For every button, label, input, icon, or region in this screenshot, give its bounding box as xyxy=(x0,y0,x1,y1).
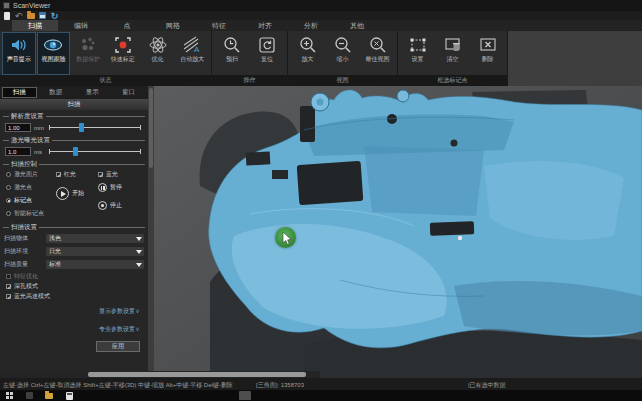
rect-x-icon xyxy=(478,35,498,55)
side-panel: 扫描 数据 显示 窗口 扫描 解析度设置 1.00 mm 激光曝光设置 1.0 … xyxy=(0,86,148,378)
radio-laser-surface[interactable]: 激光面片 xyxy=(6,170,38,179)
radio-smart-marker[interactable]: 智能标记点 xyxy=(6,209,44,218)
menu-tab-other[interactable]: 其他 xyxy=(334,20,380,31)
menu-tab-scan[interactable]: 扫描 xyxy=(12,20,58,31)
view-follow-button[interactable]: 视图跟随 xyxy=(37,32,71,75)
sound-prompt-button[interactable]: 声音提示 xyxy=(2,32,36,75)
exposure-section-title: 激光曝光设置 xyxy=(0,136,148,145)
marker-point-dot xyxy=(458,236,462,240)
taskbar-app-icon[interactable] xyxy=(20,390,38,401)
resolution-input[interactable]: 1.00 xyxy=(5,123,31,132)
windows-logo-icon xyxy=(6,392,13,399)
prescan-button[interactable]: 预扫 xyxy=(215,32,249,75)
scan-environment-dropdown[interactable]: 日光 xyxy=(46,247,144,256)
start-button[interactable] xyxy=(0,390,18,401)
resolution-unit: mm xyxy=(34,125,46,131)
new-file-icon[interactable] xyxy=(2,11,11,20)
pause-button[interactable]: 暂停 xyxy=(98,183,122,192)
auto-zoom-button[interactable]: A 自动放大 xyxy=(175,32,209,75)
zoom-out-button[interactable]: 缩小 xyxy=(326,32,360,75)
play-icon xyxy=(56,187,69,200)
sync-icon[interactable]: ↻ xyxy=(50,11,59,20)
horizontal-scrollbar[interactable] xyxy=(0,371,320,378)
calculator-icon[interactable] xyxy=(60,390,78,401)
quick-calibrate-button[interactable]: 快速标定 xyxy=(106,32,140,75)
menu-tab-analyze[interactable]: 分析 xyxy=(288,20,334,31)
mouse-pointer-icon xyxy=(275,227,296,248)
menu-tab-mesh[interactable]: 网格 xyxy=(150,20,196,31)
stop-button[interactable]: 停止 xyxy=(98,201,122,210)
exposure-input[interactable]: 1.0 xyxy=(5,147,31,156)
calibrate-target-icon xyxy=(113,35,133,55)
resolution-slider-handle[interactable] xyxy=(79,123,84,132)
menu-tab-align[interactable]: 对齐 xyxy=(242,20,288,31)
display-params-link[interactable]: 显示参数设置∨ xyxy=(99,307,140,316)
window-title: ScanViewer xyxy=(13,2,50,9)
open-folder-icon[interactable] xyxy=(26,11,35,20)
speaker-icon xyxy=(9,35,29,55)
scanned-mesh-object xyxy=(154,86,642,378)
apply-button[interactable]: 应用 xyxy=(96,341,140,352)
checkbox-blue-light[interactable]: 蓝光 xyxy=(98,170,118,179)
eye-icon xyxy=(43,35,63,55)
viewport-3d[interactable] xyxy=(154,86,642,378)
save-icon[interactable] xyxy=(38,11,47,20)
marker-set-button[interactable]: 设置 xyxy=(401,32,435,75)
optimize-button[interactable]: 优化 xyxy=(141,32,175,75)
panel-scrollbar-thumb[interactable] xyxy=(149,88,153,168)
resolution-row: 1.00 mm xyxy=(0,121,148,134)
checkbox-deep-hole-mode[interactable]: 深孔模式 xyxy=(0,281,148,291)
menu-tab-edit[interactable]: 编辑 xyxy=(58,20,104,31)
people-icon xyxy=(78,35,98,55)
title-bar: ScanViewer xyxy=(0,0,642,11)
ribbon: 声音提示 视图跟随 数据保护 xyxy=(0,31,642,86)
reset-view-button[interactable]: 复位 xyxy=(250,32,284,75)
data-protect-button: 数据保护 xyxy=(71,32,105,75)
zoom-fit-icon xyxy=(368,35,388,55)
exposure-unit: ms xyxy=(34,149,46,155)
marker-clear-button[interactable]: 清空 xyxy=(436,32,470,75)
stop-icon xyxy=(98,201,107,210)
start-button[interactable]: 开始 xyxy=(56,187,84,200)
scan-quality-dropdown[interactable]: 标准 xyxy=(46,260,144,269)
ribbon-group-marker-select: 设置 清空 删除 框选标记点 xyxy=(398,31,508,86)
resolution-slider[interactable] xyxy=(49,122,143,133)
scan-settings-section-title: 扫描设置 xyxy=(0,223,148,232)
pause-icon xyxy=(98,183,107,192)
scan-cursor xyxy=(275,227,296,248)
panel-tab-data[interactable]: 数据 xyxy=(39,87,74,98)
ribbon-group-status: 声音提示 视图跟随 数据保护 xyxy=(0,31,212,86)
selection-info: |已有选中数据 xyxy=(468,381,506,390)
ribbon-group-label-status: 状态 xyxy=(0,75,211,86)
chevron-down-icon xyxy=(136,250,142,254)
auto-zoom-icon: A xyxy=(182,35,202,55)
scan-object-dropdown[interactable]: 浅色 xyxy=(46,234,144,243)
mouse-hints: 左键-选择 Ctrl+左键-取消选择 Shift+左键-平移(3D) 中键-缩放… xyxy=(3,381,233,390)
panel-tab-display[interactable]: 显示 xyxy=(75,87,110,98)
scanviewer-taskbar-icon[interactable] xyxy=(236,390,254,401)
panel-links: 显示参数设置∨ 专业参数设置∨ xyxy=(0,301,148,336)
zoom-in-button[interactable]: 放大 xyxy=(291,32,325,75)
zoom-out-icon xyxy=(333,35,353,55)
file-explorer-icon[interactable] xyxy=(40,390,58,401)
marker-delete-button[interactable]: 删除 xyxy=(471,32,505,75)
windows-taskbar xyxy=(0,390,642,401)
exposure-slider-handle[interactable] xyxy=(73,147,78,156)
checkbox-red-light[interactable]: 红光 xyxy=(56,170,76,179)
undo-icon[interactable]: ↶ xyxy=(14,11,23,20)
exposure-slider[interactable] xyxy=(49,146,143,157)
triangle-count: [三角面]: 1358703 xyxy=(256,381,304,390)
checkbox-blue-fast-mode[interactable]: 蓝光高速模式 xyxy=(0,291,148,301)
best-view-button[interactable]: 最佳视图 xyxy=(361,32,395,75)
menu-tab-point[interactable]: 点 xyxy=(104,20,150,31)
menu-tab-feature[interactable]: 特征 xyxy=(196,20,242,31)
rect-trash-icon xyxy=(443,35,463,55)
radio-laser-point[interactable]: 激光点 xyxy=(6,183,32,192)
panel-tab-scan[interactable]: 扫描 xyxy=(2,87,37,98)
panel-tab-window[interactable]: 窗口 xyxy=(112,87,147,98)
radio-marker-point[interactable]: 标记点 xyxy=(6,196,32,205)
panel-tab-bar: 扫描 数据 显示 窗口 xyxy=(0,86,148,99)
scan-control-area: 激光面片 激光点 标记点 智能标记点 红光 蓝光 开始 xyxy=(0,169,148,221)
horizontal-scrollbar-thumb[interactable] xyxy=(88,372,306,377)
pro-params-link[interactable]: 专业参数设置∨ xyxy=(99,325,140,334)
